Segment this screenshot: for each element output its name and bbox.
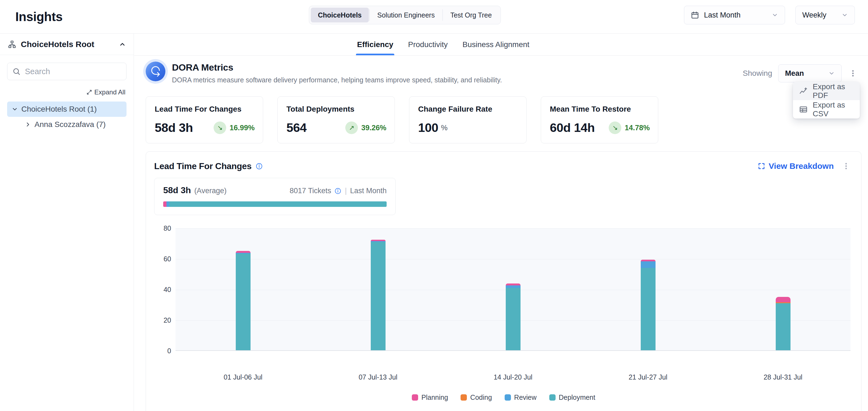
y-tick-label: 0: [167, 347, 171, 355]
gridline: [176, 259, 850, 260]
expand-diagonal-icon: [86, 89, 92, 95]
export-menu: Export as PDF Export as CSV: [793, 82, 860, 118]
tree-item-child[interactable]: Anna Scozzafava (7): [25, 117, 134, 132]
segment-divider: [369, 9, 370, 21]
summary-qualifier: (Average): [194, 186, 226, 195]
legend-item-planning[interactable]: Planning: [412, 393, 448, 402]
lead-time-summary: 58d 3h (Average) 8017 Tickets | Last Mon…: [154, 178, 396, 215]
iteration-cycle-icon: [146, 62, 165, 81]
table-icon: [799, 105, 808, 114]
deployment-swatch: [549, 394, 556, 401]
tree-item-label: ChoiceHotels Root (1): [21, 105, 97, 113]
menu-item-label: Export as PDF: [813, 82, 854, 100]
x-tick-label: 07 Jul-13 Jul: [359, 373, 398, 381]
export-pdf-menu-item[interactable]: Export as PDF: [793, 82, 860, 100]
showing-controls: Showing Mean: [743, 64, 858, 82]
card-value: 60d 14h: [550, 121, 595, 135]
card-value-suffix: %: [441, 124, 448, 132]
y-tick-label: 40: [163, 286, 171, 294]
aggregation-select[interactable]: Mean: [778, 64, 842, 82]
granularity-select[interactable]: Weekly: [796, 6, 855, 24]
period-select-value: Last Month: [704, 11, 741, 20]
view-breakdown-label: View Breakdown: [769, 162, 834, 171]
legend-label: Coding: [470, 393, 492, 402]
chart-line-plus-icon: [799, 87, 808, 96]
sidebar-root-label: ChoiceHotels Root: [21, 40, 94, 49]
bar-stack[interactable]: [641, 260, 655, 350]
bar-stack[interactable]: [371, 240, 385, 350]
org-tree-icon: [8, 40, 17, 49]
chevron-down-icon: [772, 12, 778, 18]
phase-segment: [169, 201, 386, 207]
info-icon[interactable]: [255, 163, 263, 170]
legend-label: Review: [514, 393, 537, 402]
y-tick-label: 60: [163, 255, 171, 263]
aggregation-select-value: Mean: [785, 69, 804, 78]
tab-productivity[interactable]: Productivity: [407, 34, 449, 55]
page-title: Insights: [16, 9, 62, 24]
kebab-menu-icon[interactable]: [841, 161, 851, 171]
separator: |: [345, 186, 347, 195]
chart-legend: Planning Coding Review Deployment: [146, 393, 861, 402]
metric-card-lead-time: Lead Time For Changes 58d 3h ↘ 16.99%: [146, 96, 263, 143]
legend-item-review[interactable]: Review: [505, 393, 537, 402]
bar-stack[interactable]: [776, 297, 790, 350]
menu-item-label: Export as CSV: [813, 101, 854, 118]
showing-label: Showing: [743, 69, 772, 78]
kebab-menu-icon[interactable]: [848, 68, 858, 78]
lead-time-chart-card: Lead Time For Changes View Breakdown: [146, 151, 861, 411]
chevron-down-icon: [841, 12, 848, 18]
calendar-icon: [691, 11, 699, 19]
org-tab-test-org-tree[interactable]: Test Org Tree: [443, 8, 499, 23]
org-tree-sidebar: ChoiceHotels Root Expand All ChoiceHotel…: [0, 34, 134, 411]
expand-all-label: Expand All: [94, 89, 125, 96]
card-title: Change Failure Rate: [418, 105, 518, 113]
section-title: DORA Metrics: [172, 62, 502, 73]
legend-item-deployment[interactable]: Deployment: [549, 393, 595, 402]
search-input[interactable]: [25, 67, 121, 76]
planning-swatch: [412, 394, 418, 401]
org-tab-solution-engineers[interactable]: Solution Engineers: [370, 8, 442, 23]
chevron-down-icon: [828, 70, 835, 77]
chart-plot: [176, 228, 850, 351]
tab-business-alignment[interactable]: Business Alignment: [461, 34, 530, 55]
chevron-right-icon[interactable]: [25, 121, 31, 128]
export-csv-menu-item[interactable]: Export as CSV: [793, 100, 860, 118]
trend-percent: 39.26%: [361, 124, 386, 132]
metric-card-deployments: Total Deployments 564 ↗ 39.26%: [277, 96, 395, 143]
coding-swatch: [461, 394, 467, 401]
tab-efficiency[interactable]: Efficiency: [356, 34, 394, 55]
sidebar-search: [7, 63, 126, 80]
period-select[interactable]: Last Month: [684, 6, 785, 24]
search-icon: [12, 67, 21, 75]
card-title: Total Deployments: [286, 105, 386, 113]
segment-divider: [442, 9, 443, 21]
summary-period: Last Month: [350, 186, 386, 195]
trend-down-icon: ↘: [214, 122, 226, 134]
x-tick-label: 01 Jul-06 Jul: [224, 373, 262, 381]
view-breakdown-button[interactable]: View Breakdown: [758, 162, 834, 171]
chevron-up-icon[interactable]: [119, 41, 126, 48]
tree-item-root[interactable]: ChoiceHotels Root (1): [7, 102, 126, 117]
tickets-count: 8017 Tickets: [290, 186, 331, 195]
phase-distribution-bar: [163, 201, 386, 207]
expand-corners-icon: [758, 162, 765, 170]
header-controls: Last Month Weekly: [684, 6, 855, 24]
bar-stack[interactable]: [506, 283, 521, 350]
y-axis-labels: 020406080: [146, 228, 171, 351]
expand-all-button[interactable]: Expand All: [0, 89, 125, 96]
org-tab-choicehotels[interactable]: ChoiceHotels: [311, 8, 369, 23]
insights-page: Insights ChoiceHotels Solution Engineers…: [0, 0, 868, 411]
sidebar-header[interactable]: ChoiceHotels Root: [0, 34, 134, 55]
x-tick-label: 28 Jul-31 Jul: [764, 373, 803, 381]
legend-item-coding[interactable]: Coding: [461, 393, 492, 402]
chevron-down-icon[interactable]: [11, 106, 18, 112]
info-icon[interactable]: [334, 187, 341, 195]
card-title: Lead Time For Changes: [155, 105, 255, 113]
bar-stack[interactable]: [236, 251, 251, 350]
x-axis-labels: 01 Jul-06 Jul07 Jul-13 Jul14 Jul-20 Jul2…: [176, 373, 850, 384]
org-tree: ChoiceHotels Root (1) Anna Scozzafava (7…: [0, 102, 134, 132]
phase-segment: [163, 201, 166, 207]
section-subtitle: DORA metrics measure software delivery p…: [172, 76, 502, 84]
y-tick-label: 20: [163, 316, 171, 324]
